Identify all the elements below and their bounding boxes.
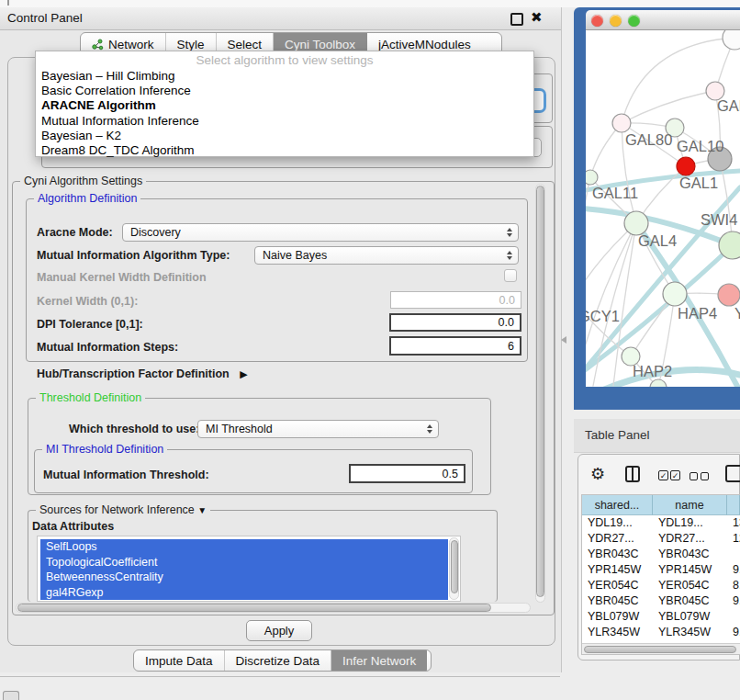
float-panel-icon[interactable]	[510, 13, 523, 26]
algorithm-option-bayesian-hill-climbing[interactable]: Bayesian – Hill Climbing	[36, 69, 533, 84]
table-cell: YDL19...	[653, 515, 727, 531]
select-all-icon[interactable]: ✓	[658, 470, 668, 480]
split-pane-collapse-icon[interactable]	[561, 336, 566, 344]
aracne-mode-select[interactable]: Discovery	[122, 223, 519, 242]
network-node[interactable]	[586, 170, 598, 185]
minimize-window-icon[interactable]	[610, 15, 622, 27]
cyni-bottom-tab-bar: Impute DataDiscretize DataInfer Network	[133, 649, 432, 672]
tab-impute-data[interactable]: Impute Data	[134, 650, 225, 671]
minimized-panel-icon[interactable]	[3, 691, 19, 700]
tab-label: Select	[228, 38, 263, 51]
table-row[interactable]: YBR045CYBR045C9.	[582, 593, 740, 609]
tab-infer-network[interactable]: Infer Network	[331, 650, 427, 671]
collapse-arrow-icon[interactable]: ▼	[197, 505, 207, 515]
network-node[interactable]	[663, 282, 687, 306]
scrollbar-thumb[interactable]	[536, 186, 544, 597]
aracne-mode-value: Discovery	[130, 226, 181, 239]
attribute-item-topologicalcoefficient[interactable]: TopologicalCoefficient	[40, 555, 448, 570]
expand-arrow-icon[interactable]: ▶	[240, 368, 247, 379]
column-header-shared-[interactable]: shared...	[582, 495, 653, 515]
table-row[interactable]: YDL19...YDL19...13	[582, 515, 740, 531]
table-cell: YBL079W	[653, 609, 727, 625]
close-window-icon[interactable]	[591, 15, 603, 27]
column-header-name[interactable]: name	[653, 495, 727, 515]
apply-button[interactable]: Apply	[246, 620, 312, 641]
table-cell: YLR345W	[582, 625, 653, 640]
table-cell: YBR043C	[653, 547, 727, 562]
mi-threshold-field[interactable]: 0.5	[349, 464, 465, 483]
kernel-width-field[interactable]: 0.0	[390, 291, 521, 309]
algorithm-dropdown: Select algorithm to view settings Bayesi…	[35, 51, 534, 157]
table-icon[interactable]	[725, 465, 740, 482]
table-row[interactable]: YPR145WYPR145W9.	[582, 562, 740, 578]
table-cell: YBR045C	[582, 593, 653, 609]
control-panel-header	[0, 7, 561, 30]
node-label-gal4: GAL4	[638, 232, 677, 249]
network-edge	[622, 91, 715, 123]
scrollbar-thumb[interactable]	[17, 604, 491, 612]
table-cell: YPR145W	[582, 562, 653, 578]
which-threshold-select[interactable]: MI Threshold	[197, 420, 439, 438]
node-label-gal11: GAL11	[592, 185, 638, 201]
scrollbar-thumb[interactable]	[451, 540, 458, 593]
mi-steps-field[interactable]: 6	[389, 336, 521, 356]
table-row[interactable]: YBR043CYBR043C	[582, 547, 740, 562]
attribute-item-selfloops[interactable]: SelfLoops	[40, 539, 448, 555]
dpi-tolerance-value: 0.0	[499, 316, 514, 329]
threshold-definition-title: Threshold Definition	[36, 391, 145, 404]
table-row[interactable]: YDR27...YDR27...12	[582, 531, 740, 547]
tab-label: Style	[177, 38, 205, 51]
network-canvas[interactable]: GALGAL80GAL10GAL1GAL11SWI4GAL4HAP4YGCY1H…	[586, 30, 740, 387]
table-row[interactable]: YBL079WYBL079W	[582, 609, 740, 625]
tab-label: Network	[108, 38, 154, 51]
node-label-y: Y	[734, 305, 740, 322]
kernel-width-label: Kernel Width (0,1):	[37, 295, 138, 308]
node-label-swi4: SWI4	[701, 211, 737, 228]
deselect-all-icon[interactable]	[701, 472, 709, 480]
maximize-window-icon[interactable]	[628, 15, 640, 27]
algorithm-option-bayesian-k2[interactable]: Bayesian – K2	[36, 129, 533, 143]
spinner-arrows-icon	[507, 251, 512, 260]
settings-gear-icon[interactable]: ⚙	[590, 464, 605, 483]
hub-section-toggle[interactable]: Hub/Transcription Factor Definition ▶	[37, 367, 248, 380]
mi-type-select[interactable]: Naive Bayes	[254, 246, 519, 265]
tab-discretize-data[interactable]: Discretize Data	[225, 650, 332, 671]
network-window-titlebar[interactable]	[586, 10, 740, 30]
tab-label: Cyni Toolbox	[285, 38, 355, 51]
algorithm-option-mutual-information-inference[interactable]: Mutual Information Inference	[36, 114, 533, 129]
data-attributes-list: SelfLoopsTopologicalCoefficientBetweenne…	[37, 536, 461, 602]
tab-label: jActiveMNodules	[378, 38, 471, 51]
select-all-icon[interactable]: ✓	[670, 470, 680, 480]
attribute-item-gal4rgexp[interactable]: gal4RGexp	[40, 585, 448, 601]
network-node[interactable]	[650, 379, 667, 387]
network-node[interactable]	[612, 114, 631, 132]
column-layout-icon[interactable]	[625, 466, 640, 482]
network-node[interactable]	[677, 157, 695, 175]
network-node[interactable]	[723, 30, 740, 50]
table-horizontal-scrollbar[interactable]	[582, 643, 740, 654]
sources-group-title[interactable]: Sources for Network Inference ▼	[36, 503, 210, 516]
attributes-scrollbar[interactable]	[449, 537, 459, 600]
manual-kernel-label: Manual Kernel Width Definition	[37, 271, 207, 284]
manual-kernel-checkbox[interactable]	[504, 269, 517, 282]
table-row[interactable]: YER054CYER054C8.	[582, 578, 740, 593]
table-cell: 9.	[727, 625, 740, 640]
table-rows: YDL19...YDL19...13YDR27...YDR27...12YBR0…	[582, 515, 740, 643]
network-edge	[586, 223, 636, 299]
scrollbar-thumb[interactable]	[584, 646, 736, 653]
algorithm-option-basic-correlation-inference[interactable]: Basic Correlation Inference	[36, 84, 533, 98]
mi-threshold-value: 0.5	[443, 468, 458, 480]
which-threshold-label: Which threshold to use:	[69, 423, 199, 435]
settings-vertical-scrollbar[interactable]	[535, 184, 545, 603]
dpi-tolerance-field[interactable]: 0.0	[389, 313, 521, 332]
algorithm-option-dream8-dc-tdc-algorithm[interactable]: Dream8 DC_TDC Algorithm	[36, 143, 533, 158]
algorithm-option-aracne-algorithm[interactable]: ARACNE Algorithm	[36, 98, 533, 113]
deselect-all-icon[interactable]	[690, 472, 698, 480]
column-header-extra[interactable]	[727, 495, 740, 515]
table-row[interactable]: YLR345WYLR345W9.	[582, 625, 740, 640]
attribute-item-betweennesscentrality[interactable]: BetweennessCentrality	[40, 570, 448, 585]
network-node[interactable]	[718, 284, 740, 306]
close-panel-icon[interactable]: ✖	[531, 9, 543, 26]
settings-horizontal-scrollbar[interactable]	[16, 603, 531, 613]
app-root: { "control_panel": { "title": "Control P…	[0, 0, 740, 700]
